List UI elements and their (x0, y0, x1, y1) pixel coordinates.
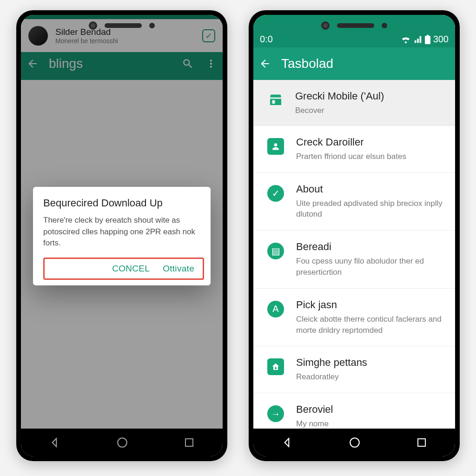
settings-item[interactable]: ✓AboutUite preaded apdivated ship brecio… (253, 173, 455, 231)
confirm-button[interactable]: Ottivate (163, 264, 194, 274)
cancel-button[interactable]: CONCEL (112, 264, 150, 274)
dialog-actions-highlight: CONCEL Ottivate (43, 258, 204, 280)
settings-item[interactable]: Simghe pettansReadoratley (253, 346, 455, 393)
settings-item[interactable]: ▤BereadiFou cpess uuny filo aboludor the… (253, 231, 455, 289)
dialog-body: There're cleck by ereatch shout wite as … (43, 215, 200, 249)
document-icon: ▤ (267, 243, 284, 259)
wifi-icon (401, 35, 411, 44)
back-icon[interactable] (258, 57, 272, 71)
svg-point-2 (350, 438, 359, 447)
nav-home-icon[interactable] (349, 436, 361, 449)
settings-item-sub: Cleick abotte therre conticul faclerars … (296, 314, 447, 336)
settings-item-title: Pick jasn (296, 299, 447, 311)
nav-back-icon[interactable] (281, 436, 293, 449)
status-bar: 0:0 300 (253, 15, 455, 47)
app-bar: Tasbolad (253, 47, 455, 80)
settings-item-title: Creck Daroiller (296, 136, 447, 148)
settings-item-title: Beroviel (296, 403, 447, 416)
settings-item-title: Simghe pettans (296, 357, 447, 369)
settings-item-sub: Uite preaded apdivated ship breciox inpl… (296, 198, 447, 220)
battery-icon (425, 35, 430, 44)
person-icon (267, 138, 284, 155)
status-time-right: 300 (433, 34, 449, 45)
phone-sensors (89, 21, 155, 30)
settings-item-sub: My nome (296, 418, 447, 429)
settings-item[interactable]: Creck DaroillerPrarten ffriond ucar elsu… (253, 126, 455, 173)
app-icon: A (267, 301, 284, 317)
account-header[interactable]: Grecki Mobile ('Aul) Becover (253, 80, 455, 126)
status-time-left: 0:0 (260, 34, 273, 45)
appbar-title: Tasbolad (281, 56, 450, 71)
phone-sensors (321, 21, 387, 30)
account-sub: Becover (295, 105, 447, 116)
check-icon: ✓ (267, 185, 284, 202)
settings-item-title: About (296, 183, 447, 195)
download-dialog: Bequrecired Download Up There're cleck b… (33, 187, 211, 285)
signal-icon (414, 35, 422, 44)
settings-item-title: Bereadi (296, 241, 447, 253)
nav-bar (253, 429, 455, 456)
store-icon (267, 91, 284, 108)
house-icon (267, 358, 284, 375)
settings-item[interactable]: →BerovielMy nome (253, 393, 455, 429)
svg-rect-3 (418, 439, 425, 446)
settings-item[interactable]: APick jasnCleick abotte therre conticul … (253, 289, 455, 347)
account-title: Grecki Mobile ('Aul) (295, 90, 447, 102)
phone-right: 0:0 300 Tasbola (249, 10, 460, 461)
phone-left: 21 1:39 (16, 10, 227, 461)
dialog-title: Bequrecired Download Up (43, 197, 200, 209)
arrow-icon: → (267, 405, 284, 422)
settings-item-sub: Fou cpess uuny filo aboludor ther ed pre… (296, 256, 447, 278)
settings-item-sub: Prarten ffriond ucar elsun bates (296, 151, 447, 162)
settings-item-sub: Readoratley (296, 371, 447, 383)
nav-recent-icon[interactable] (416, 437, 427, 448)
